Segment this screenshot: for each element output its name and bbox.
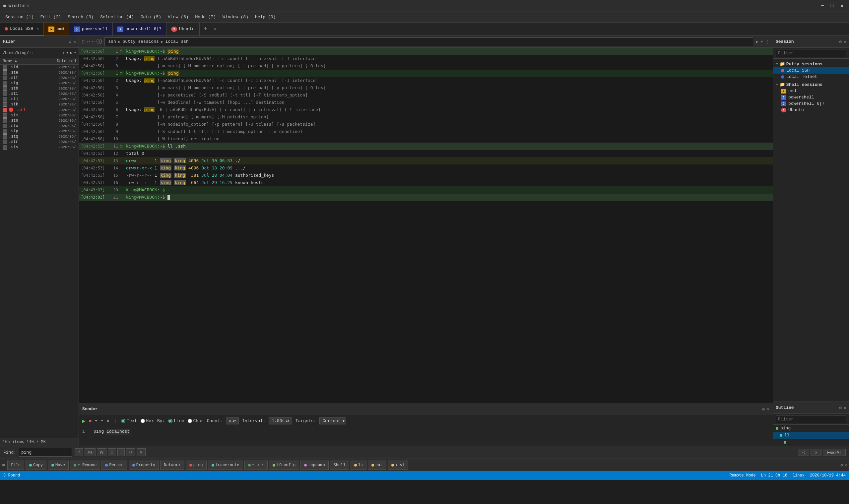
terminal-view[interactable]: [04:42:50] 1 □ king@MACBOOK:~$ ping [04:…: [79, 48, 773, 403]
menu-mode[interactable]: Mode (7): [193, 13, 219, 21]
address-more-icon[interactable]: ⋮: [765, 39, 770, 44]
address-expand-icon[interactable]: ▶: [756, 39, 758, 44]
sender-content[interactable]: 1 ping localhost: [79, 427, 773, 446]
minimize-button[interactable]: ─: [819, 3, 826, 9]
find-opt-down[interactable]: ∨: [137, 448, 146, 456]
mtr-button[interactable]: + mtr: [245, 461, 268, 470]
list-item[interactable]: .stg 2020/08/: [0, 80, 78, 86]
find-prev-button[interactable]: <: [798, 449, 809, 456]
toolbar-close-icon[interactable]: ✕: [844, 463, 847, 468]
menu-search[interactable]: Search (3): [65, 13, 96, 21]
menu-view[interactable]: View (6): [165, 13, 191, 21]
ifconfig-button[interactable]: ifconfig: [269, 461, 300, 470]
session-close-icon[interactable]: ✕: [844, 39, 846, 44]
find-input[interactable]: [19, 448, 72, 456]
char-radio[interactable]: [188, 419, 192, 423]
list-item[interactable]: 🔴 .stl 2020/08/: [0, 107, 78, 113]
outline-item-ping[interactable]: ping: [773, 425, 849, 432]
filer-refresh-icon[interactable]: ↻: [70, 50, 72, 55]
session-item-powershell[interactable]: ❯ powershell: [773, 94, 849, 101]
address-dropdown-icon[interactable]: ▾: [760, 39, 763, 44]
remove-button[interactable]: + Remove: [70, 461, 101, 470]
remove-row-button[interactable]: −: [101, 418, 104, 424]
list-item[interactable]: .stk 2020/08/: [0, 102, 78, 107]
find-opt-italic[interactable]: I: [118, 448, 124, 456]
sender-close-icon[interactable]: ✕: [767, 407, 770, 412]
session-group-putty-header[interactable]: ▾ 📁 Putty sessions: [773, 61, 849, 67]
vi-button[interactable]: ★ vi: [388, 461, 409, 470]
play-button[interactable]: ▶: [82, 418, 86, 425]
list-item[interactable]: .stn 2020/06/: [0, 118, 78, 123]
outline-item-ll[interactable]: ll ping 2020-10-19 04:42:48: [773, 432, 849, 439]
address-path[interactable]: ssh ▶ putty sessions ▶ local ssh: [105, 37, 753, 46]
outline-filter-input[interactable]: [776, 415, 846, 423]
menu-help[interactable]: Help (0): [252, 13, 278, 21]
find-opt-case[interactable]: Aa: [85, 448, 95, 456]
close-button[interactable]: ✕: [838, 3, 846, 9]
session-item-powershell617[interactable]: ❯ powershell 6|7: [773, 101, 849, 107]
list-item[interactable]: .stj 2020/08/: [0, 96, 78, 102]
interval-spinner[interactable]: ▲▼: [286, 420, 289, 422]
outline-settings-icon[interactable]: ⚙: [839, 405, 842, 411]
session-item-cmd[interactable]: ▶ cmd: [773, 88, 849, 94]
session-item-ubuntu[interactable]: ● Ubuntu: [773, 107, 849, 113]
move-button[interactable]: Move: [48, 461, 69, 470]
text-radio-label[interactable]: Text: [121, 418, 137, 424]
file-button[interactable]: File: [7, 461, 24, 470]
list-item[interactable]: .stf 2020/08/: [0, 75, 78, 80]
session-group-shell-header[interactable]: ▾ 📁 Shell sessions: [773, 81, 849, 88]
session-item-local-telnet[interactable]: Local Telnet: [773, 74, 849, 80]
hex-radio[interactable]: [141, 419, 145, 423]
add-tab-button[interactable]: +: [200, 26, 211, 33]
session-item-local-ssh[interactable]: Local SSH: [773, 67, 849, 74]
list-item[interactable]: .str 2020/06/: [0, 139, 78, 145]
copy-button[interactable]: Copy: [25, 461, 47, 470]
list-item[interactable]: .ste 2020/08/: [0, 70, 78, 75]
property-button[interactable]: Property: [129, 461, 159, 470]
traceroute-button[interactable]: traceroute: [208, 461, 243, 470]
session-settings-icon[interactable]: ⚙: [839, 39, 842, 44]
new-window-icon[interactable]: ⬚: [82, 39, 85, 44]
tab-local-ssh[interactable]: Local SSH ✕: [0, 22, 44, 35]
targets-dropdown[interactable]: Current ▼: [319, 417, 346, 425]
session-filter-input[interactable]: [776, 49, 846, 57]
add-row-button[interactable]: +: [95, 418, 97, 424]
menu-window[interactable]: Window (8): [220, 13, 251, 21]
text-radio[interactable]: [121, 419, 125, 423]
filer-nav-icon[interactable]: ▾: [66, 50, 68, 55]
find-opt-word[interactable]: W: [97, 448, 106, 456]
find-all-button[interactable]: Find All: [823, 449, 846, 456]
list-item[interactable]: .stp 2020/06/: [0, 129, 78, 134]
outline-close-icon[interactable]: ✕: [844, 405, 846, 411]
ls-button[interactable]: ls: [350, 461, 366, 470]
line-radio[interactable]: [168, 419, 173, 423]
menu-session[interactable]: Session (1): [3, 13, 36, 21]
menu-selection[interactable]: Selection (4): [97, 13, 136, 21]
tab-more-button[interactable]: ≡: [211, 26, 219, 32]
shell-button[interactable]: Shell: [330, 461, 349, 470]
stop-button[interactable]: ■: [89, 418, 92, 424]
menu-goto[interactable]: Goto (5): [138, 13, 164, 21]
list-item[interactable]: .sto 2020/06/: [0, 123, 78, 129]
char-radio-label[interactable]: Char: [188, 418, 204, 424]
outline-item-dots[interactable]: ...: [773, 439, 849, 446]
toolbar-settings-icon[interactable]: ⚙: [841, 463, 843, 468]
list-item[interactable]: .std 2020/08/: [0, 65, 78, 70]
sender-settings-icon[interactable]: ⚙: [762, 407, 765, 412]
maximize-button[interactable]: □: [829, 3, 836, 9]
clear-button[interactable]: ✕: [107, 418, 109, 424]
list-item[interactable]: .sth 2020/08/: [0, 86, 78, 91]
tab-powershell[interactable]: ❯ powershell: [69, 22, 113, 35]
interval-value[interactable]: 1.00s ▲▼: [269, 417, 292, 425]
filer-settings-icon[interactable]: ⚙: [69, 39, 71, 44]
network-button[interactable]: Network: [160, 461, 184, 470]
nav-forward-icon[interactable]: ↪: [92, 39, 94, 44]
tab-powershell617[interactable]: ❯ powershell 6|7: [113, 22, 166, 35]
filer-more-icon[interactable]: ⋯: [74, 50, 76, 55]
list-item[interactable]: .sts 2020/06/: [0, 145, 78, 150]
find-opt-loop[interactable]: ↺: [126, 448, 135, 456]
ping-button[interactable]: ping: [186, 461, 206, 470]
tab-ubuntu[interactable]: ● Ubuntu: [166, 22, 200, 35]
find-next-button[interactable]: >: [811, 449, 822, 456]
count-value[interactable]: ∞ ▲▼: [226, 417, 239, 425]
